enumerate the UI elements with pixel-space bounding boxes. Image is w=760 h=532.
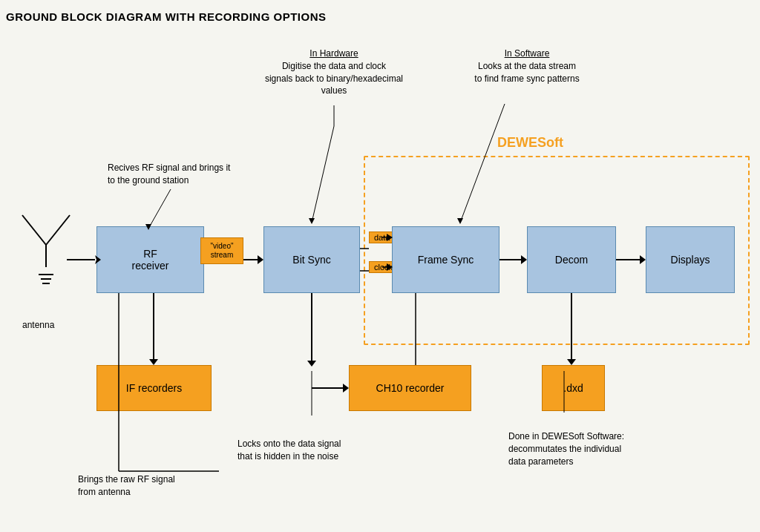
svg-marker-26 [307,361,316,367]
svg-marker-9 [258,255,263,264]
displays-block: Displays [646,226,735,293]
svg-line-1 [22,215,46,245]
raw-rf-note: Brings the raw RF signal from antenna [78,473,226,499]
svg-line-2 [46,215,70,245]
decom-note: Done in DEWESoft Software: decommutates … [508,430,672,467]
bit-sync-block: Bit Sync [263,226,360,293]
page-title: GROUND BLOCK DIAGRAM WITH RECORDING OPTI… [6,10,327,23]
video-stream-label: "video" stream [200,237,243,264]
rf-receiver-block: RF receiver [96,226,204,293]
svg-marker-34 [309,218,315,224]
svg-marker-22 [149,359,158,365]
diagram: GROUND BLOCK DIAGRAM WITH RECORDING OPTI… [0,0,760,532]
in-software-annotation: In Software Looks at the data stream to … [453,47,601,85]
svg-line-37 [148,189,171,229]
dxd-block: .dxd [542,365,605,411]
bit-sync-note: Locks onto the data signal that is hidde… [238,438,386,463]
in-software-desc: Looks at the data stream to find frame s… [474,61,579,84]
antenna-label: antenna [22,319,54,332]
in-hardware-annotation: In Hardware Digitise the data and clock … [252,47,416,97]
if-recorders-block: IF recorders [96,365,212,411]
svg-marker-28 [343,384,349,393]
svg-line-33 [312,126,334,223]
svg-marker-31 [567,359,576,365]
decom-block: Decom [527,226,616,293]
dewesoft-label: DEWESoft [497,135,563,151]
in-hardware-desc: Digitise the data and clock signals back… [265,61,403,96]
frame-sync-block: Frame Sync [392,226,499,293]
rf-signal-annotation: Recives RF signal and brings it to the g… [108,162,256,187]
ch10-recorder-block: CH10 recorder [349,365,471,411]
